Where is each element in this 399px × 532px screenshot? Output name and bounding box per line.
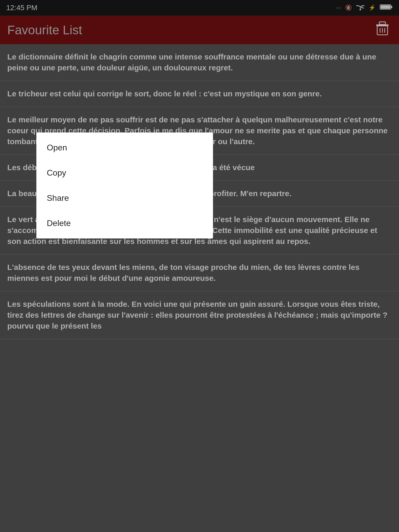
context-menu-delete[interactable]: Delete: [36, 211, 213, 236]
context-menu-open[interactable]: Open: [36, 135, 213, 160]
context-menu-share[interactable]: Share: [36, 185, 213, 211]
context-menu: Open Copy Share Delete: [36, 132, 213, 238]
overlay[interactable]: Open Copy Share Delete: [0, 0, 399, 532]
context-menu-copy[interactable]: Copy: [36, 160, 213, 185]
